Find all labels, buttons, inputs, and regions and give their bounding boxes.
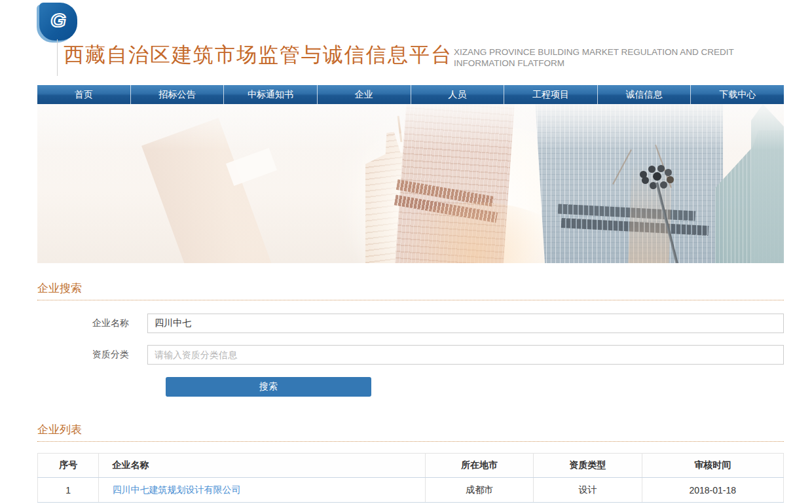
column-header-city: 所在地市 bbox=[426, 454, 534, 478]
company-name-input[interactable] bbox=[147, 314, 784, 333]
site-header: G 西藏自治区建筑市场监管与诚信信息平台 XIZANG PROVINCE BUI… bbox=[37, 0, 784, 85]
search-button[interactable]: 搜索 bbox=[166, 377, 371, 397]
cell-qualification-type: 设计 bbox=[534, 478, 642, 503]
form-row-qualification: 资质分类 bbox=[37, 345, 784, 365]
hero-building-left-aperture bbox=[226, 148, 277, 186]
nav-item-home[interactable]: 首页 bbox=[37, 85, 131, 104]
qualification-label: 资质分类 bbox=[37, 349, 147, 361]
cell-audit-date: 2018-01-18 bbox=[642, 478, 783, 503]
list-section-heading: 企业列表 bbox=[37, 403, 784, 437]
brand-block: 西藏自治区建筑市场监管与诚信信息平台 XIZANG PROVINCE BUILD… bbox=[57, 39, 762, 76]
search-section-heading: 企业搜索 bbox=[37, 263, 784, 296]
hero-street-lamp-head bbox=[640, 171, 647, 178]
column-header-index: 序号 bbox=[38, 454, 99, 478]
hero-banner-image bbox=[37, 104, 784, 263]
table-row: 1 四川中七建筑规划设计有限公司 成都市 设计 2018-01-18 bbox=[38, 478, 784, 503]
cell-company-name: 四川中七建筑规划设计有限公司 bbox=[99, 478, 426, 503]
table-header-row: 序号 企业名称 所在地市 资质类型 审核时间 bbox=[38, 454, 784, 478]
qualification-input[interactable] bbox=[147, 345, 784, 365]
brand-divider bbox=[57, 39, 58, 76]
nav-item-bid-announcements[interactable]: 招标公告 bbox=[131, 85, 225, 104]
nav-item-enterprises[interactable]: 企业 bbox=[318, 85, 411, 104]
nav-item-award-notices[interactable]: 中标通知书 bbox=[224, 85, 318, 104]
section-divider bbox=[37, 441, 784, 442]
column-header-qualification-type: 资质类型 bbox=[534, 454, 642, 478]
logo-letter: G bbox=[50, 10, 65, 30]
hero-sky-haze bbox=[37, 104, 784, 150]
site-subtitle: XIZANG PROVINCE BUILDING MARKET REGULATI… bbox=[454, 46, 762, 69]
site-logo[interactable]: G bbox=[39, 3, 77, 41]
form-row-company-name: 企业名称 bbox=[37, 314, 784, 333]
page-container: G 西藏自治区建筑市场监管与诚信信息平台 XIZANG PROVINCE BUI… bbox=[37, 0, 784, 503]
cell-city: 成都市 bbox=[426, 478, 534, 503]
site-title: 西藏自治区建筑市场监管与诚信信息平台 bbox=[64, 39, 452, 71]
main-nav: 首页 招标公告 中标通知书 企业 人员 工程项目 诚信信息 下载中心 bbox=[37, 85, 784, 104]
column-header-audit-date: 审核时间 bbox=[642, 454, 783, 478]
nav-item-personnel[interactable]: 人员 bbox=[411, 85, 505, 104]
nav-item-credit-info[interactable]: 诚信信息 bbox=[598, 85, 692, 104]
nav-item-projects[interactable]: 工程项目 bbox=[504, 85, 598, 104]
column-header-company-name: 企业名称 bbox=[99, 454, 426, 478]
logo-body-shape: G bbox=[39, 3, 77, 41]
enterprise-table: 序号 企业名称 所在地市 资质类型 审核时间 1 四川中七建筑规划设计有限公司 … bbox=[37, 453, 784, 503]
enterprise-list-section: 企业列表 序号 企业名称 所在地市 资质类型 审核时间 1 bbox=[37, 403, 784, 503]
company-link[interactable]: 四川中七建筑规划设计有限公司 bbox=[112, 484, 240, 495]
search-form: 企业名称 资质分类 搜索 bbox=[37, 300, 784, 397]
nav-item-download-center[interactable]: 下载中心 bbox=[691, 85, 784, 104]
company-name-label: 企业名称 bbox=[37, 317, 147, 329]
enterprise-search-section: 企业搜索 企业名称 资质分类 搜索 bbox=[37, 263, 784, 397]
cell-index: 1 bbox=[38, 478, 99, 503]
